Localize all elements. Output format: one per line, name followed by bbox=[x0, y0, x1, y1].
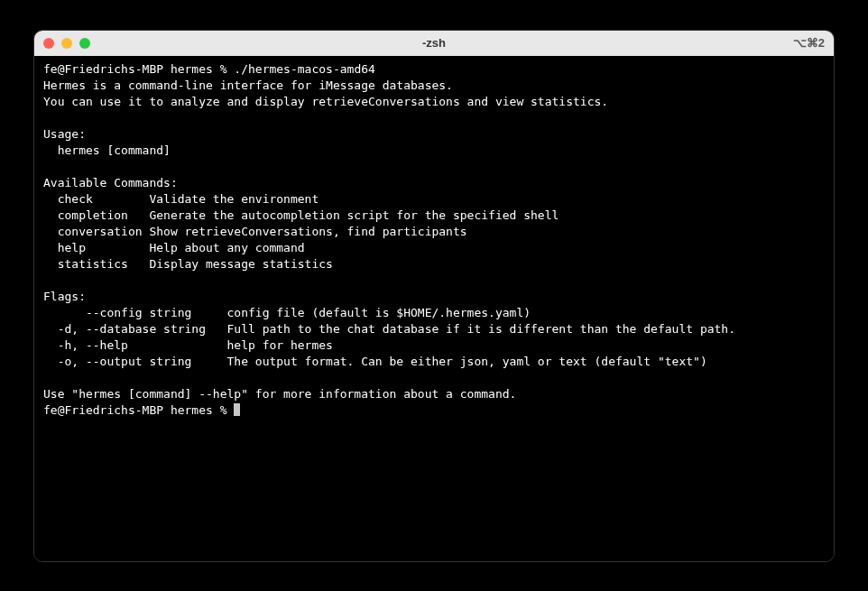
shell-prompt: fe@Friedrichs-MBP hermes % bbox=[43, 62, 234, 76]
output-line: completion Generate the autocompletion s… bbox=[43, 208, 559, 222]
window-shortcut-indicator: ⌥⌘2 bbox=[793, 36, 825, 50]
minimize-icon[interactable] bbox=[61, 38, 72, 49]
maximize-icon[interactable] bbox=[79, 38, 90, 49]
output-line: hermes [command] bbox=[43, 143, 171, 157]
output-line: help Help about any command bbox=[43, 241, 305, 254]
cursor-icon bbox=[234, 403, 240, 416]
output-line: -h, --help help for hermes bbox=[43, 338, 333, 352]
titlebar[interactable]: -zsh ⌥⌘2 bbox=[34, 31, 834, 56]
output-line: Available Commands: bbox=[43, 176, 178, 189]
output-line: Use "hermes [command] --help" for more i… bbox=[43, 387, 516, 401]
output-line: Hermes is a command-line interface for i… bbox=[43, 78, 453, 92]
close-icon[interactable] bbox=[43, 38, 54, 49]
output-line: -o, --output string The output format. C… bbox=[43, 355, 707, 368]
output-line: check Validate the environment bbox=[43, 192, 319, 206]
traffic-lights bbox=[43, 38, 90, 49]
output-line: statistics Display message statistics bbox=[43, 257, 333, 271]
shell-prompt: fe@Friedrichs-MBP hermes % bbox=[43, 403, 234, 417]
output-line: --config string config file (default is … bbox=[43, 306, 531, 319]
output-line: You can use it to analyze and display re… bbox=[43, 95, 608, 108]
shell-command: ./hermes-macos-amd64 bbox=[234, 62, 375, 76]
output-line: Flags: bbox=[43, 290, 86, 303]
terminal-body[interactable]: fe@Friedrichs-MBP hermes % ./hermes-maco… bbox=[34, 56, 834, 561]
window-title: -zsh bbox=[34, 36, 834, 50]
terminal-window: -zsh ⌥⌘2 fe@Friedrichs-MBP hermes % ./he… bbox=[33, 30, 835, 562]
output-line: -d, --database string Full path to the c… bbox=[43, 322, 735, 336]
output-line: Usage: bbox=[43, 127, 86, 141]
output-line: conversation Show retrieveConversations,… bbox=[43, 225, 467, 238]
